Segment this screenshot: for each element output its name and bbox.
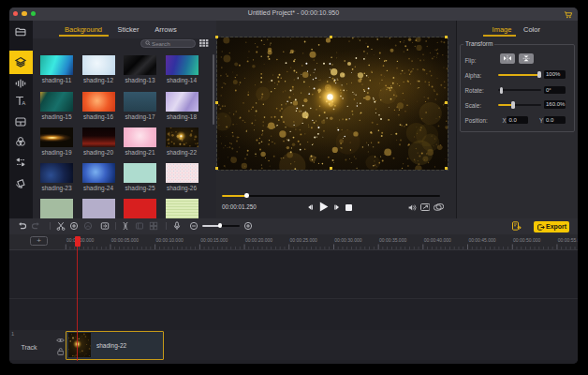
svg-text:A: A <box>22 99 25 105</box>
